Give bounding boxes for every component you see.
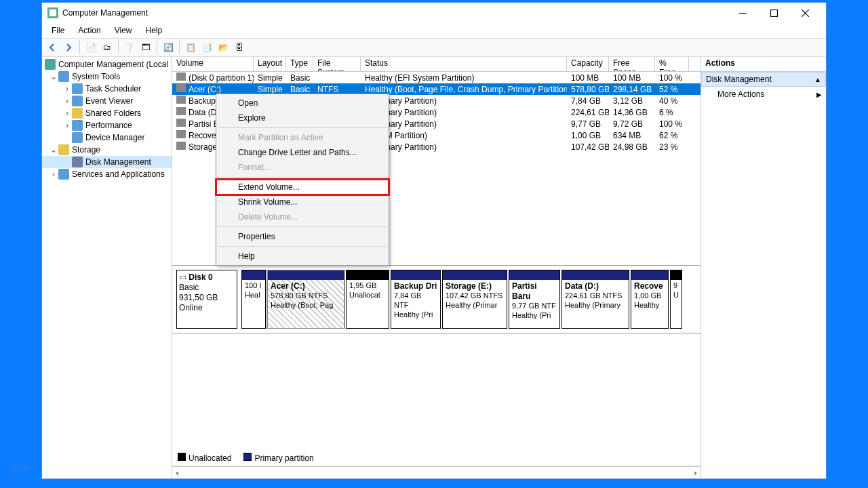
menu-item-explore[interactable]: Explore [216,110,389,125]
action-button[interactable]: 🗔 [138,40,153,55]
swatch-black [178,453,186,461]
partition[interactable]: Backup Dri7,84 GB NTFHealthy (Pri [391,270,441,329]
volume-icon [176,119,186,127]
menu-item-extend-volume[interactable]: Extend Volume... [216,180,389,195]
menu-help[interactable]: Help [140,24,168,37]
window-computer-management: Computer Management File Action View Hel… [42,3,826,479]
partition[interactable]: 9U [670,270,682,329]
menu-view[interactable]: View [109,24,138,37]
menu-action[interactable]: Action [73,24,106,37]
up-button[interactable]: 📄 [83,40,98,55]
computer-icon [45,59,56,70]
menu-item-mark-partition-as-active: Mark Partition as Active [216,130,389,145]
chevron-right-icon: ▶ [816,91,822,98]
tree-device-manager[interactable]: Device Manager [42,131,172,144]
forward-button[interactable] [61,40,76,55]
volume-icon [176,84,186,92]
volume-icon [176,73,186,81]
menu-item-open[interactable]: Open [216,96,389,110]
disk-graphic: ▭ Disk 0 Basic 931,50 GB Online 100 IHea… [172,266,701,333]
col-volume[interactable]: Volume [172,57,254,71]
col-pctfree[interactable]: % Free [655,57,689,71]
disk-icon-small: ▭ Disk 0 [179,272,235,283]
expand-icon[interactable]: › [62,84,72,94]
col-status[interactable]: Status [361,57,567,71]
tree-system-tools[interactable]: ⌄System Tools [42,70,172,83]
tool-3[interactable]: 📂 [216,40,231,55]
help-button[interactable]: ❔ [122,40,137,55]
col-capacity[interactable]: Capacity [567,57,609,71]
table-header: Volume Layout Type File System Status Ca… [172,57,701,72]
collapse-icon[interactable]: ⌄ [49,72,58,81]
menu-separator [218,246,387,247]
menu-file[interactable]: File [46,24,70,37]
disk-info[interactable]: ▭ Disk 0 Basic 931,50 GB Online [176,270,237,329]
volume-icon [176,130,186,138]
partition[interactable]: Data (D:)224,61 GB NTFSHealthy (Primary [561,270,629,329]
partition[interactable]: Partisi Baru9,77 GB NTFHealthy (Pri [509,270,560,329]
tree-storage[interactable]: ⌄Storage [42,144,172,156]
services-icon [58,169,69,180]
show-hide-tree-button[interactable]: 🗂 [100,40,115,55]
minimize-button[interactable] [727,3,758,23]
maximize-button[interactable] [758,3,789,23]
col-freespace[interactable]: Free Space [609,57,655,71]
device-icon [72,132,83,143]
menu-item-properties[interactable]: Properties [216,229,389,244]
actions-more[interactable]: More Actions▶ [701,87,826,102]
tree-performance[interactable]: ›Performance [42,119,172,131]
volume-icon [176,96,186,104]
scroll-right-icon[interactable]: › [693,468,698,478]
col-layout[interactable]: Layout [254,57,286,71]
back-button[interactable] [45,40,60,55]
watermark: uplotify [9,445,33,477]
swatch-blue [243,453,252,461]
expand-icon[interactable]: › [62,96,72,106]
refresh-button[interactable]: 🔄 [161,40,176,55]
disk-type: Basic [179,283,235,293]
col-filesystem[interactable]: File System [313,57,361,71]
scroll-left-icon[interactable]: ‹ [175,468,180,478]
tree-root[interactable]: Computer Management (Local [42,58,172,70]
partition[interactable]: 1,95 GBUnallocat [346,270,389,329]
collapse-icon[interactable]: ⌄ [49,145,58,155]
close-button[interactable] [789,3,821,23]
tree: Computer Management (Local ⌄System Tools… [42,57,172,182]
menu-separator [218,177,387,178]
legend-unallocated: Unallocated [178,453,231,463]
col-type[interactable]: Type [286,57,313,71]
tree-services[interactable]: ›Services and Applications [42,168,172,180]
body: Computer Management (Local ⌄System Tools… [42,57,826,479]
storage-icon [58,144,69,155]
menu-item-change-drive-letter-and-paths[interactable]: Change Drive Letter and Paths... [216,145,389,160]
perf-icon [72,120,83,131]
tree-task-scheduler[interactable]: ›Task Scheduler [42,83,172,95]
event-icon [72,96,83,106]
actions-disk-management[interactable]: Disk Management▲ [701,72,826,87]
expand-icon[interactable]: › [62,121,72,130]
volume-icon [176,107,186,115]
tree-disk-management[interactable]: Disk Management [42,156,172,168]
tool-2[interactable]: 📑 [199,40,214,55]
tree-shared-folders[interactable]: ›Shared Folders [42,107,172,119]
partition[interactable]: 100 IHeal [241,270,266,329]
tools-icon [58,71,69,82]
horizontal-scrollbar[interactable]: ‹ › [172,466,701,479]
menu-separator [218,226,387,227]
disk-size: 931,50 GB [179,293,235,303]
tree-event-viewer[interactable]: ›Event Viewer [42,95,172,107]
partition[interactable]: Acer (C:)578,80 GB NTFSHealthy (Boot, Pa… [267,270,344,329]
partition-row: 100 IHealAcer (C:)578,80 GB NTFSHealthy … [241,270,696,329]
tool-4[interactable]: 🗄 [232,40,247,55]
menu-separator [218,127,387,128]
expand-icon[interactable]: › [62,108,72,118]
tool-1[interactable]: 📋 [183,40,198,55]
svg-rect-0 [770,9,777,16]
table-row[interactable]: (Disk 0 partition 1)SimpleBasicHealthy (… [172,72,701,83]
expand-icon[interactable]: › [49,169,58,179]
context-menu: OpenExploreMark Partition as ActiveChang… [216,94,389,266]
partition[interactable]: Storage (E:)107,42 GB NTFSHealthy (Prima… [442,270,507,329]
menu-item-shrink-volume[interactable]: Shrink Volume... [216,195,389,209]
partition[interactable]: Recove1,00 GBHealthy [631,270,669,329]
menu-item-help[interactable]: Help [216,249,389,264]
